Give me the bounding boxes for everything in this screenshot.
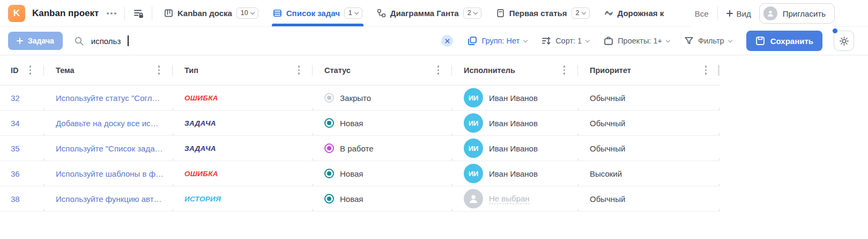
tab-label: Дорожная к bbox=[618, 9, 664, 18]
priority-value[interactable]: Высокий bbox=[590, 169, 622, 178]
project-logo[interactable]: K bbox=[8, 5, 25, 22]
issue-id-link[interactable]: 38 bbox=[11, 194, 20, 204]
top-bar: K Kanban проект Kanban доска 10 bbox=[0, 0, 868, 27]
add-task-button[interactable]: Задача bbox=[8, 32, 63, 50]
tab-label: Диаграмма Ганта bbox=[390, 9, 459, 18]
project-menu-icon[interactable] bbox=[107, 12, 116, 15]
assignee-name[interactable]: Иван Иванов bbox=[489, 93, 538, 103]
divider bbox=[152, 6, 152, 20]
invite-button[interactable]: Пригласить bbox=[759, 3, 835, 24]
tab-task-list[interactable]: Список задач 1 bbox=[273, 0, 362, 26]
status-label[interactable]: Новая bbox=[340, 169, 363, 178]
issue-table: ID Тема Тип Статус Исполнитель Приоритет… bbox=[0, 55, 719, 212]
projects-dropdown[interactable]: Проекты: 1+ bbox=[604, 36, 670, 46]
status-label[interactable]: В работе bbox=[340, 144, 374, 153]
priority-value[interactable]: Обычный bbox=[590, 144, 625, 153]
assignee-name[interactable]: Иван Иванов bbox=[489, 144, 538, 153]
invite-label: Пригласить bbox=[783, 9, 826, 18]
task-list-icon bbox=[273, 9, 282, 18]
column-header-assignee[interactable]: Исполнитель bbox=[452, 55, 578, 85]
status-label[interactable]: Закрыто bbox=[340, 93, 371, 103]
issue-subject-link[interactable]: Используйте функцию авт… bbox=[56, 194, 162, 204]
topbar-right-cluster: Все Вид Пригласить bbox=[693, 0, 835, 27]
tab-kanban-board[interactable]: Kanban доска 10 bbox=[164, 0, 258, 26]
issue-id-link[interactable]: 36 bbox=[11, 169, 20, 178]
gear-icon bbox=[839, 36, 849, 46]
issue-id-link[interactable]: 34 bbox=[11, 119, 20, 128]
issue-type[interactable]: ЗАДАЧА bbox=[184, 144, 216, 153]
table-row: 38 Используйте функцию авт… ИСТОРИЯ Нова… bbox=[0, 186, 719, 212]
all-views-link[interactable]: Все bbox=[695, 9, 709, 18]
tab-gantt-chart[interactable]: Диаграмма Ганта 2 bbox=[377, 0, 481, 26]
tab-label: Список задач bbox=[286, 9, 340, 18]
assignee-name[interactable]: Не выбран bbox=[489, 194, 530, 204]
search-value: использ bbox=[91, 37, 121, 46]
status-label[interactable]: Новая bbox=[340, 119, 363, 128]
filter-dropdown[interactable]: Фильтр bbox=[684, 36, 732, 46]
add-view-button[interactable]: Вид bbox=[726, 9, 751, 18]
issue-subject-link[interactable]: Используйте "Список зада… bbox=[56, 144, 163, 153]
group-icon bbox=[468, 36, 477, 46]
tab-count-badge[interactable]: 2 bbox=[463, 8, 481, 19]
issue-id-link[interactable]: 35 bbox=[11, 144, 20, 153]
status-icon bbox=[324, 93, 334, 103]
tab-count-badge[interactable]: 1 bbox=[344, 8, 362, 19]
column-menu-icon[interactable] bbox=[703, 64, 709, 76]
table-row: 32 Используйте статус "Согл… ОШИБКА Закр… bbox=[0, 85, 719, 111]
save-button[interactable]: Сохранить bbox=[746, 31, 822, 51]
priority-value[interactable]: Обычный bbox=[590, 93, 625, 103]
search-input[interactable]: использ bbox=[74, 35, 442, 46]
assignee-avatar[interactable]: ИИ bbox=[464, 113, 483, 133]
add-view-label: Вид bbox=[737, 9, 751, 18]
save-label: Сохранить bbox=[770, 37, 813, 46]
issue-id-link[interactable]: 32 bbox=[11, 93, 20, 103]
issue-type[interactable]: ОШИБКА bbox=[184, 170, 218, 178]
assignee-name[interactable]: Иван Иванов bbox=[489, 119, 538, 128]
column-menu-icon[interactable] bbox=[28, 64, 33, 76]
assignee-avatar[interactable]: ИИ bbox=[464, 88, 483, 107]
column-menu-icon[interactable] bbox=[562, 64, 567, 76]
issue-type[interactable]: ЗАДАЧА bbox=[184, 119, 216, 127]
column-menu-icon[interactable] bbox=[157, 64, 162, 76]
column-header-id[interactable]: ID bbox=[0, 55, 44, 85]
assignee-avatar[interactable]: ИИ bbox=[464, 164, 483, 183]
divider bbox=[124, 6, 125, 20]
table-row: 35 Используйте "Список зада… ЗАДАЧА В ра… bbox=[0, 136, 719, 161]
tab-roadmap[interactable]: Дорожная к bbox=[604, 0, 664, 26]
tab-first-article[interactable]: Первая статья 2 bbox=[496, 0, 590, 26]
priority-value[interactable]: Обычный bbox=[590, 194, 625, 204]
column-header-priority[interactable]: Приоритет bbox=[578, 55, 719, 85]
priority-value[interactable]: Обычный bbox=[590, 119, 625, 128]
sort-dropdown[interactable]: Сорт: 1 bbox=[541, 36, 589, 46]
assignee-avatar-placeholder[interactable] bbox=[464, 189, 483, 208]
plus-icon bbox=[17, 38, 23, 44]
settings-button[interactable] bbox=[834, 31, 854, 51]
column-header-status[interactable]: Статус bbox=[313, 55, 452, 85]
queue-access-lock-icon[interactable] bbox=[133, 8, 144, 19]
notification-dot bbox=[833, 28, 837, 33]
assignee-avatar[interactable]: ИИ bbox=[464, 139, 483, 158]
column-menu-icon[interactable] bbox=[436, 64, 441, 76]
issue-subject-link[interactable]: Используйте статус "Согл… bbox=[56, 93, 160, 103]
save-icon bbox=[755, 36, 765, 46]
status-icon bbox=[324, 143, 334, 153]
status-label[interactable]: Новая bbox=[340, 194, 363, 204]
tab-label: Первая статья bbox=[509, 9, 567, 18]
chevron-down-icon bbox=[523, 38, 528, 42]
issue-subject-link[interactable]: Добавьте на доску все ис… bbox=[56, 119, 159, 128]
issue-subject-link[interactable]: Используйте шаблоны в ф… bbox=[56, 169, 164, 178]
assignee-name[interactable]: Иван Иванов bbox=[489, 169, 538, 178]
table-header-row: ID Тема Тип Статус Исполнитель Приоритет bbox=[0, 55, 719, 85]
roadmap-icon bbox=[604, 9, 613, 18]
column-header-type[interactable]: Тип bbox=[173, 55, 313, 85]
issue-type[interactable]: ОШИБКА bbox=[184, 94, 218, 102]
tab-count-badge[interactable]: 2 bbox=[572, 8, 590, 19]
tab-count-badge[interactable]: 10 bbox=[236, 8, 258, 19]
table-row: 36 Используйте шаблоны в ф… ОШИБКА Новая… bbox=[0, 161, 719, 186]
column-header-subject[interactable]: Тема bbox=[44, 55, 173, 85]
group-dropdown[interactable]: Групп: Нет bbox=[468, 36, 527, 46]
issue-type[interactable]: ИСТОРИЯ bbox=[184, 195, 221, 203]
column-menu-icon[interactable] bbox=[296, 64, 302, 76]
clear-search-icon[interactable] bbox=[441, 35, 453, 47]
sort-icon bbox=[541, 36, 551, 46]
